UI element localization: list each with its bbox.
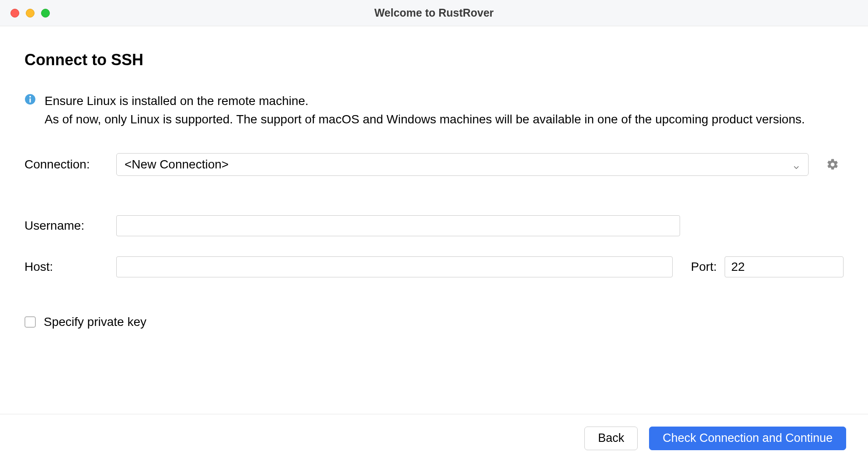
connection-label: Connection: <box>24 158 116 172</box>
page-heading: Connect to SSH <box>24 51 844 69</box>
chevron-down-icon <box>792 161 800 168</box>
titlebar: Welcome to RustRover <box>0 0 868 26</box>
window-title: Welcome to RustRover <box>374 7 493 19</box>
host-input[interactable] <box>116 256 673 277</box>
info-line-1: Ensure Linux is installed on the remote … <box>45 92 805 110</box>
info-banner: Ensure Linux is installed on the remote … <box>24 92 844 129</box>
back-button[interactable]: Back <box>584 427 638 450</box>
host-label: Host: <box>24 260 116 274</box>
check-connection-button-label: Check Connection and Continue <box>663 431 833 445</box>
connection-settings-button[interactable] <box>826 158 839 171</box>
info-text: Ensure Linux is installed on the remote … <box>45 92 805 129</box>
window-controls <box>0 9 50 18</box>
private-key-row: Specify private key <box>24 315 844 329</box>
close-window-button[interactable] <box>10 9 19 18</box>
footer: Back Check Connection and Continue <box>0 414 868 462</box>
gear-icon <box>826 158 839 171</box>
username-label: Username: <box>24 219 116 233</box>
username-row: Username: <box>24 215 844 236</box>
host-row: Host: Port: <box>24 256 844 277</box>
minimize-window-button[interactable] <box>26 9 35 18</box>
info-line-2: As of now, only Linux is supported. The … <box>45 110 805 129</box>
connection-dropdown[interactable]: <New Connection> <box>116 153 809 176</box>
specify-private-key-label: Specify private key <box>44 315 146 329</box>
port-input[interactable] <box>725 256 844 277</box>
connection-row: Connection: <New Connection> <box>24 153 844 176</box>
svg-rect-1 <box>29 98 31 103</box>
back-button-label: Back <box>598 431 624 445</box>
port-label: Port: <box>691 260 717 274</box>
info-icon <box>24 94 36 105</box>
maximize-window-button[interactable] <box>41 9 50 18</box>
connection-selected-value: <New Connection> <box>125 158 229 172</box>
content-area: Connect to SSH Ensure Linux is installed… <box>0 26 868 414</box>
svg-point-2 <box>29 96 31 98</box>
username-input[interactable] <box>116 215 680 236</box>
specify-private-key-checkbox[interactable] <box>24 316 36 328</box>
welcome-window: Welcome to RustRover Connect to SSH Ensu… <box>0 0 868 462</box>
check-connection-button[interactable]: Check Connection and Continue <box>649 427 846 450</box>
